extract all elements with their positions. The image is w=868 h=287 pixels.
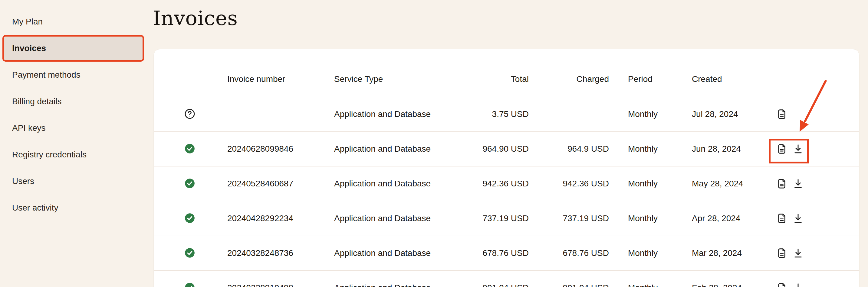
created-cell: Jun 28, 2024 — [692, 144, 741, 154]
total-cell: 901.04 USD — [483, 283, 529, 287]
service-type-cell: Application and Database — [334, 109, 431, 119]
header-period: Period — [628, 74, 652, 84]
page-title: Invoices — [153, 7, 238, 30]
service-type-cell: Application and Database — [334, 179, 431, 188]
status-cell — [184, 282, 196, 287]
created-cell: Jul 28, 2024 — [692, 109, 738, 119]
download-invoice-icon[interactable] — [792, 178, 804, 189]
charged-cell: 942.36 USD — [563, 179, 609, 188]
question-circle-icon — [184, 108, 195, 120]
header-service-type: Service Type — [334, 74, 383, 84]
period-cell: Monthly — [628, 283, 658, 287]
download-invoice-icon[interactable] — [792, 282, 804, 287]
total-cell: 964.90 USD — [483, 144, 529, 154]
sidebar-item-label: My Plan — [12, 17, 43, 27]
sidebar-nav: My Plan Invoices Payment methods Billing… — [0, 0, 153, 287]
invoices-card: Invoice number Service Type Total Charge… — [153, 49, 860, 287]
invoice-file-icon[interactable] — [776, 247, 787, 259]
table-row: 20240628099846 Application and Database … — [154, 132, 859, 167]
period-cell: Monthly — [628, 144, 658, 154]
invoice-number-cell: 20240528460687 — [227, 179, 293, 188]
sidebar-item-registry-credentials[interactable]: Registry credentials — [0, 141, 153, 168]
row-actions — [776, 178, 804, 189]
created-cell: Feb 28, 2024 — [692, 283, 742, 287]
check-circle-icon — [184, 212, 195, 224]
service-type-cell: Application and Database — [334, 144, 431, 154]
download-invoice-icon[interactable] — [792, 247, 804, 259]
service-type-cell: Application and Database — [334, 248, 431, 258]
period-cell: Monthly — [628, 248, 658, 258]
row-actions — [776, 108, 787, 120]
sidebar-item-label: Invoices — [12, 43, 46, 53]
header-invoice-number: Invoice number — [227, 74, 285, 84]
check-circle-icon — [184, 247, 195, 259]
sidebar-item-user-activity[interactable]: User activity — [0, 194, 153, 221]
invoice-file-icon[interactable] — [776, 213, 787, 224]
period-cell: Monthly — [628, 214, 658, 223]
total-cell: 3.75 USD — [492, 109, 529, 119]
invoice-file-icon[interactable] — [776, 108, 787, 120]
invoice-file-icon[interactable] — [776, 178, 787, 189]
sidebar-item-payment-methods[interactable]: Payment methods — [0, 62, 153, 88]
sidebar-item-invoices[interactable]: Invoices — [2, 35, 144, 62]
download-invoice-icon[interactable] — [792, 213, 804, 224]
invoice-number-cell: 20240328248736 — [227, 248, 293, 258]
check-circle-icon — [184, 282, 195, 287]
sidebar-item-label: Billing details — [12, 97, 61, 106]
header-total: Total — [511, 74, 529, 84]
service-type-cell: Application and Database — [334, 283, 431, 287]
row-actions — [776, 213, 804, 224]
sidebar-item-label: Payment methods — [12, 70, 81, 80]
sidebar-item-my-plan[interactable]: My Plan — [0, 8, 153, 35]
service-type-cell: Application and Database — [334, 214, 431, 223]
row-actions — [776, 247, 804, 259]
total-cell: 942.36 USD — [483, 179, 529, 188]
status-cell — [184, 108, 196, 120]
invoice-file-icon[interactable] — [776, 282, 787, 287]
billing-invoices-page: { "colors": { "page_background": "#f8f2e… — [0, 0, 868, 287]
created-cell: Apr 28, 2024 — [692, 214, 740, 223]
invoice-number-cell: 20240428292234 — [227, 214, 293, 223]
status-cell — [184, 247, 196, 259]
check-circle-icon — [184, 143, 195, 154]
total-cell: 678.76 USD — [483, 248, 529, 258]
sidebar-item-label: User activity — [12, 203, 58, 213]
invoice-number-cell: 20240628099846 — [227, 144, 293, 154]
status-cell — [184, 212, 196, 224]
status-cell — [184, 178, 196, 190]
sidebar-item-users[interactable]: Users — [0, 168, 153, 194]
table-row: 20240328248736 Application and Database … — [154, 236, 859, 271]
period-cell: Monthly — [628, 109, 658, 119]
row-actions — [776, 282, 804, 287]
row-actions — [776, 143, 804, 155]
sidebar-item-api-keys[interactable]: API keys — [0, 115, 153, 141]
charged-cell: 737.19 USD — [563, 214, 609, 223]
invoice-table-body: Application and Database 3.75 USD Monthl… — [154, 97, 859, 287]
period-cell: Monthly — [628, 179, 658, 188]
charged-cell: 964.9 USD — [567, 144, 609, 154]
total-cell: 737.19 USD — [483, 214, 529, 223]
invoice-number-cell: 20240228910498 — [227, 283, 293, 287]
charged-cell: 678.76 USD — [563, 248, 609, 258]
header-created: Created — [692, 74, 722, 84]
status-cell — [184, 143, 196, 155]
sidebar-item-label: API keys — [12, 123, 45, 133]
sidebar-item-label: Registry credentials — [12, 150, 87, 159]
table-row: 20240228910498 Application and Database … — [154, 271, 859, 287]
table-row: 20240528460687 Application and Database … — [154, 167, 859, 201]
charged-cell: 901.04 USD — [563, 283, 609, 287]
invoice-file-icon[interactable] — [776, 143, 787, 155]
sidebar-item-label: Users — [12, 176, 34, 186]
header-charged: Charged — [577, 74, 609, 84]
sidebar-item-billing-details[interactable]: Billing details — [0, 88, 153, 115]
table-row: Application and Database 3.75 USD Monthl… — [154, 97, 859, 132]
download-invoice-icon[interactable] — [792, 143, 804, 155]
created-cell: Mar 28, 2024 — [692, 248, 742, 258]
table-header-row: Invoice number Service Type Total Charge… — [154, 61, 859, 97]
created-cell: May 28, 2024 — [692, 179, 743, 188]
table-row: 20240428292234 Application and Database … — [154, 201, 859, 236]
check-circle-icon — [184, 178, 195, 189]
